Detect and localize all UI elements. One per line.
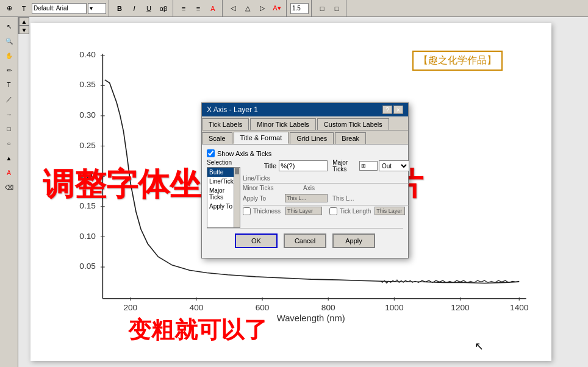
- tool-draw[interactable]: ✏: [2, 63, 16, 77]
- x-axis-dialog: X Axis - Layer 1 ? × Tick Labels Minor T…: [201, 102, 409, 258]
- scroll-down-btn[interactable]: ▼: [19, 26, 29, 34]
- line-info: Line/Ticks Minor Ticks Axis Apply To Thi…: [243, 175, 409, 215]
- dialog-content: Show Axis & Ticks Selection Butte Line/T…: [202, 144, 408, 258]
- tool-fill[interactable]: ▲: [2, 151, 16, 165]
- svg-text:600: 600: [256, 303, 270, 312]
- right-scrollbar-panel[interactable]: ▲ ▼: [18, 17, 29, 34]
- separator2: [243, 205, 409, 205]
- thickness-checkbox[interactable]: [243, 207, 251, 215]
- font-dropdown[interactable]: Default: Arial: [32, 3, 87, 14]
- dialog-title-text: X Axis - Layer 1: [207, 105, 258, 114]
- toolbar-align: ≡ ≡ A: [177, 0, 223, 16]
- toolbar-format: B I U αβ: [113, 0, 173, 16]
- tabs-row1: Tick Labels Minor Tick Labels Custom Tic…: [202, 116, 408, 130]
- align-center-button[interactable]: ≡: [192, 2, 205, 15]
- tool-line[interactable]: ／: [2, 93, 16, 106]
- color-button[interactable]: A: [206, 2, 220, 15]
- separator1: [243, 183, 409, 184]
- misc-btn4[interactable]: A▾: [270, 2, 284, 15]
- tab-minor-tick-labels[interactable]: Minor Tick Labels: [250, 118, 316, 130]
- svg-text:0.25: 0.25: [79, 141, 96, 149]
- apply-to-label: Apply To: [243, 195, 282, 202]
- size-input[interactable]: 1.5: [290, 3, 309, 14]
- scroll-up-btn[interactable]: ▲: [19, 17, 29, 26]
- tab-custom-tick-labels[interactable]: Custom Tick Labels: [317, 118, 389, 130]
- tool-pan[interactable]: ✋: [2, 49, 16, 62]
- tick-length-checkbox[interactable]: [329, 207, 337, 215]
- cancel-button[interactable]: Cancel: [284, 233, 326, 248]
- misc-btn3[interactable]: ▷: [256, 2, 269, 15]
- form-fields: Title Major Ticks ⊞ Out Line/Ticks: [243, 159, 409, 228]
- major-ticks-select[interactable]: Out: [379, 160, 409, 171]
- listbox-scrollbar[interactable]: [234, 168, 240, 227]
- thickness-value: This Layer: [285, 207, 322, 215]
- major-ticks-select-group: ⊞ Out: [359, 160, 409, 171]
- svg-text:0.05: 0.05: [79, 262, 96, 271]
- this-layer-label: This L...: [332, 195, 354, 202]
- tool-rect[interactable]: □: [2, 122, 16, 135]
- watermark: 【趣之化学作品】: [412, 51, 503, 71]
- font-size-dropdown[interactable]: ▾: [88, 3, 106, 14]
- tab-break[interactable]: Break: [335, 132, 366, 144]
- svg-text:0.40: 0.40: [79, 50, 96, 59]
- bold-button[interactable]: B: [113, 2, 126, 15]
- toolbar-icon-2[interactable]: T: [17, 2, 30, 15]
- tick-length-value: This Layer: [375, 207, 405, 215]
- misc-btn1[interactable]: ◁: [226, 2, 240, 15]
- svg-text:400: 400: [190, 303, 204, 312]
- overlay-text-secondary: 变粗就可以了: [128, 315, 267, 346]
- svg-text:1000: 1000: [385, 303, 403, 312]
- toolbar-misc: ◁ △ ▷ A▾: [226, 0, 287, 16]
- misc-btn2[interactable]: △: [241, 2, 254, 15]
- tool-arrow[interactable]: →: [2, 107, 16, 121]
- ok-button[interactable]: OK: [235, 233, 278, 248]
- dialog-question-btn[interactable]: ?: [382, 105, 392, 114]
- dialog-close-btn[interactable]: ×: [393, 105, 403, 114]
- tab-scale[interactable]: Scale: [202, 132, 232, 144]
- dialog-buttons-row: OK Cancel Apply: [207, 228, 403, 253]
- tool-circle[interactable]: ○: [2, 137, 16, 150]
- svg-text:800: 800: [321, 303, 335, 312]
- tabs-row2: Scale Title & Format Grid Lines Break: [202, 130, 408, 144]
- selection-listbox[interactable]: Butte Line/Ticks Major Ticks Apply To: [207, 167, 240, 228]
- tool-color[interactable]: A: [2, 166, 16, 179]
- svg-text:200: 200: [123, 303, 137, 312]
- svg-text:1200: 1200: [451, 303, 469, 312]
- align-left-button[interactable]: ≡: [177, 2, 190, 15]
- tab-title-format[interactable]: Title & Format: [234, 132, 289, 144]
- tab-tick-labels[interactable]: Tick Labels: [202, 118, 249, 130]
- tab-grid-lines[interactable]: Grid Lines: [290, 132, 334, 144]
- title-form-label: Title: [243, 162, 276, 169]
- tool-zoom[interactable]: 🔍: [2, 34, 16, 48]
- svg-text:0.10: 0.10: [79, 232, 96, 240]
- show-axis-label: Show Axis & Ticks: [217, 150, 271, 157]
- title-input[interactable]: [279, 160, 328, 171]
- toolbar-left: ⊕ T Default: Arial ▾: [2, 0, 109, 16]
- toolbar-size: 1.5: [290, 0, 312, 16]
- show-axis-checkbox[interactable]: [207, 149, 215, 157]
- show-axis-row: Show Axis & Ticks: [207, 149, 403, 157]
- scrollbar-thumb: [235, 168, 239, 174]
- axis-label: Axis: [303, 185, 315, 191]
- tool-select[interactable]: ↖: [2, 20, 16, 33]
- tool-text[interactable]: T: [2, 78, 16, 91]
- minor-ticks-label: Minor Ticks: [243, 185, 282, 191]
- shape-btn2[interactable]: □: [330, 2, 343, 15]
- major-ticks-icon: ⊞: [359, 161, 378, 171]
- toolbar-icon-1[interactable]: ⊕: [2, 2, 16, 15]
- svg-text:0.30: 0.30: [79, 111, 96, 119]
- minor-ticks-row: Minor Ticks Axis: [243, 185, 409, 191]
- toolbar-shapes: □ □: [315, 0, 346, 16]
- apply-to-row: Apply To This L... This L...: [243, 194, 409, 202]
- selection-label: Selection: [207, 159, 240, 166]
- dialog-two-col: Selection Butte Line/Ticks Major Ticks A…: [207, 159, 403, 228]
- apply-button[interactable]: Apply: [332, 233, 375, 248]
- format-button[interactable]: αβ: [157, 2, 170, 15]
- left-toolbar: ↖ 🔍 ✋ ✏ T ／ → □ ○ ▲ A ⌫: [0, 17, 18, 367]
- underline-button[interactable]: U: [142, 2, 156, 15]
- main-toolbar: ⊕ T Default: Arial ▾ B I U αβ ≡ ≡ A ◁ △ …: [0, 0, 588, 17]
- italic-button[interactable]: I: [127, 2, 141, 15]
- thickness-row: Thickness This Layer Tick Length This La…: [243, 207, 409, 215]
- tool-eraser[interactable]: ⌫: [2, 180, 16, 194]
- shape-btn1[interactable]: □: [315, 2, 329, 15]
